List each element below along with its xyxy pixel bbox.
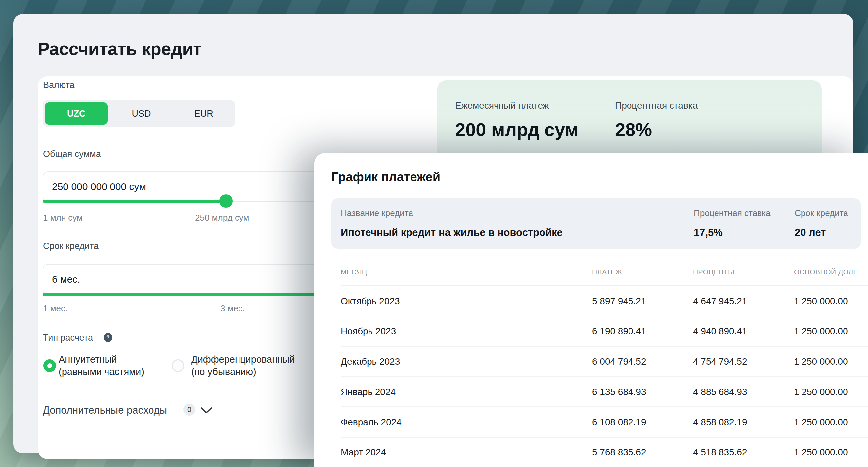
loan-term-label: Срок кредита (795, 208, 848, 218)
extra-expenses-count-badge: 0 (183, 404, 195, 416)
currency-option-usd[interactable]: USD (110, 102, 172, 125)
table-header-row: МЕСЯЦ ПЛАТЕЖ ПРОЦЕНТЫ ОСНОВНОЙ ДОЛГ (341, 267, 868, 286)
header-payment: ПЛАТЕЖ (592, 268, 622, 276)
cell-payment: 6 135 684.93 (592, 377, 646, 407)
cell-principal: 1 250 000.00 (794, 286, 848, 316)
radio-differentiated-line2: (по убыванию) (191, 366, 295, 378)
amount-range-start: 1 млн сум (43, 213, 83, 223)
amount-slider-track[interactable] (43, 200, 226, 203)
amount-slider-thumb[interactable] (219, 194, 232, 207)
loan-name-value: Ипотечный кредит на жилье в новостройке (341, 227, 563, 239)
loan-rate-label: Процентная ставка (694, 208, 770, 218)
interest-rate-value: 28% (615, 119, 652, 140)
header-principal: ОСНОВНОЙ ДОЛГ (794, 268, 857, 276)
cell-payment: 6 108 082.19 (592, 407, 646, 437)
amount-label: Общая сумма (43, 149, 101, 159)
cell-interest: 4 858 082.19 (693, 407, 747, 437)
cell-principal: 1 250 000.00 (794, 347, 848, 377)
help-icon[interactable]: ? (103, 333, 113, 342)
cell-principal: 1 250 000.00 (794, 438, 848, 467)
cell-month: Январь 2024 (341, 377, 396, 407)
payment-schedule-title: График платежей (332, 170, 440, 184)
payment-schedule-table: МЕСЯЦ ПЛАТЕЖ ПРОЦЕНТЫ ОСНОВНОЙ ДОЛГ Октя… (341, 267, 868, 467)
table-row: Январь 2024 6 135 684.93 4 885 684.93 1 … (341, 377, 868, 407)
monthly-payment-value: 200 млрд сум (455, 119, 579, 140)
table-row: Декабрь 2023 6 004 794.52 4 754 794.52 1… (341, 347, 868, 377)
chevron-down-icon[interactable] (200, 406, 213, 416)
cell-interest: 4 518 835.62 (693, 438, 747, 467)
cell-principal: 1 250 000.00 (794, 316, 848, 347)
cell-interest: 4 940 890.41 (693, 316, 747, 347)
loan-rate-value: 17,5% (694, 227, 723, 239)
amount-range-end: 250 млрд сум (195, 213, 249, 223)
radio-annuity-line1: Аннуитетный (59, 353, 144, 366)
cell-month: Декабрь 2023 (341, 347, 400, 377)
cell-month: Март 2024 (341, 438, 386, 467)
header-month: МЕСЯЦ (341, 268, 367, 276)
table-row: Март 2024 5 768 835.62 4 518 835.62 1 25… (341, 438, 868, 467)
table-row: Октябрь 2023 5 897 945.21 4 647 945.21 1… (341, 286, 868, 316)
header-interest: ПРОЦЕНТЫ (693, 268, 734, 276)
cell-principal: 1 250 000.00 (794, 407, 848, 437)
cell-payment: 6 004 794.52 (592, 347, 646, 377)
loan-info-card: Название кредита Ипотечный кредит на жил… (332, 198, 861, 249)
term-label: Срок кредита (43, 241, 99, 251)
currency-option-uzc[interactable]: UZC (45, 102, 107, 125)
cell-principal: 1 250 000.00 (794, 377, 848, 407)
radio-differentiated-label[interactable]: Дифференцированный (по убыванию) (191, 353, 295, 378)
currency-segmented-control: UZC USD EUR (43, 100, 235, 127)
calc-type-label: Тип расчета (43, 332, 93, 343)
page-title: Рассчитать кредит (38, 38, 202, 59)
radio-annuity[interactable] (43, 359, 56, 372)
payment-schedule-panel: График платежей Название кредита Ипотечн… (314, 153, 868, 467)
cell-interest: 4 754 794.52 (693, 347, 747, 377)
cell-month: Октябрь 2023 (341, 286, 400, 316)
extra-expenses-toggle[interactable]: Дополнительные расходы (43, 404, 167, 416)
currency-label: Валюта (43, 80, 75, 90)
cell-payment: 6 190 890.41 (592, 316, 646, 347)
radio-annuity-label[interactable]: Аннуитетный (равными частями) (59, 353, 144, 378)
table-row: Ноябрь 2023 6 190 890.41 4 940 890.41 1 … (341, 316, 868, 347)
cell-interest: 4 885 684.93 (693, 377, 747, 407)
cell-month: Февраль 2024 (341, 407, 402, 437)
loan-calculator-page: Рассчитать кредит Валюта UZC USD EUR Общ… (0, 0, 868, 467)
monthly-payment-label: Ежемесячный платеж (455, 100, 549, 111)
loan-name-label: Название кредита (341, 208, 413, 218)
table-row: Февраль 2024 6 108 082.19 4 858 082.19 1… (341, 407, 868, 438)
term-range-end: 3 мес. (220, 303, 245, 314)
term-range-start: 1 мес. (43, 303, 67, 314)
radio-differentiated[interactable] (172, 359, 184, 372)
currency-option-eur[interactable]: EUR (173, 102, 235, 125)
cell-month: Ноябрь 2023 (341, 316, 396, 347)
cell-interest: 4 647 945.21 (693, 286, 747, 316)
loan-term-value: 20 лет (795, 227, 826, 239)
interest-rate-label: Процентная ставка (615, 100, 698, 111)
radio-differentiated-line1: Дифференцированный (191, 353, 295, 366)
cell-payment: 5 768 835.62 (592, 438, 646, 467)
radio-annuity-line2: (равными частями) (59, 366, 144, 378)
cell-payment: 5 897 945.21 (592, 286, 646, 316)
